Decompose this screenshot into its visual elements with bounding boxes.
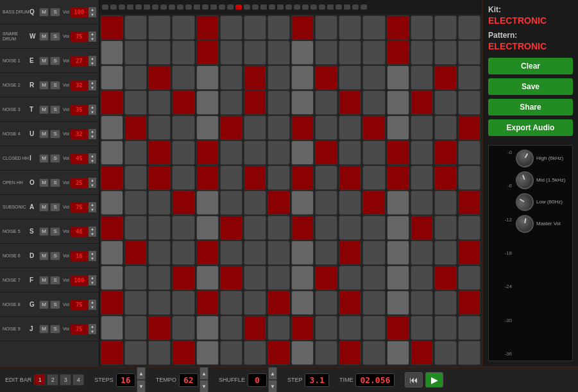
step-btn-12-4[interactable] — [196, 316, 219, 340]
step-btn-10-13[interactable] — [411, 266, 433, 290]
step-btn-1-12[interactable] — [387, 40, 409, 65]
track-mute-10[interactable]: M — [39, 251, 49, 260]
step-btn-0-12[interactable] — [387, 15, 409, 40]
step-btn-11-7[interactable] — [268, 291, 290, 315]
step-btn-3-10[interactable] — [339, 90, 361, 115]
track-vol-down-3[interactable]: ▼ — [89, 85, 96, 90]
track-solo-12[interactable]: S — [50, 300, 60, 309]
step-btn-1-6[interactable] — [244, 40, 266, 65]
track-solo-8[interactable]: S — [50, 203, 60, 212]
step-btn-7-10[interactable] — [339, 191, 361, 215]
step-btn-11-15[interactable] — [458, 291, 480, 315]
step-btn-13-4[interactable] — [196, 341, 219, 365]
step-btn-4-10[interactable] — [339, 115, 361, 140]
step-btn-1-13[interactable] — [411, 40, 433, 65]
step-btn-1-8[interactable] — [291, 40, 314, 65]
step-btn-2-2[interactable] — [148, 65, 171, 90]
step-btn-3-4[interactable] — [196, 90, 219, 115]
step-btn-9-4[interactable] — [196, 241, 219, 265]
step-btn-2-6[interactable] — [244, 65, 266, 90]
step-btn-1-5[interactable] — [220, 40, 242, 65]
step-btn-6-14[interactable] — [434, 166, 457, 190]
step-btn-2-1[interactable] — [124, 65, 147, 90]
step-btn-2-11[interactable] — [362, 65, 385, 90]
step-btn-0-10[interactable] — [339, 15, 361, 40]
step-btn-4-6[interactable] — [244, 115, 266, 140]
step-btn-6-8[interactable] — [291, 166, 314, 190]
track-vol-up-2[interactable]: ▲ — [89, 56, 96, 61]
step-btn-8-9[interactable] — [315, 216, 337, 240]
step-btn-8-12[interactable] — [387, 216, 409, 240]
low-knob[interactable] — [513, 190, 537, 214]
step-btn-3-7[interactable] — [268, 90, 290, 115]
track-vol-down-12[interactable]: ▼ — [89, 305, 96, 310]
step-btn-5-5[interactable] — [220, 141, 242, 165]
track-vol-up-8[interactable]: ▲ — [89, 202, 96, 207]
step-btn-8-4[interactable] — [196, 216, 219, 240]
track-vol-down-1[interactable]: ▼ — [89, 37, 96, 42]
step-btn-3-5[interactable] — [220, 90, 242, 115]
step-btn-5-0[interactable] — [101, 141, 123, 165]
track-vol-down-0[interactable]: ▼ — [89, 12, 96, 17]
step-btn-11-11[interactable] — [362, 291, 385, 315]
step-btn-10-8[interactable] — [291, 266, 314, 290]
step-btn-10-2[interactable] — [148, 266, 171, 290]
step-btn-13-6[interactable] — [244, 341, 266, 365]
step-btn-11-6[interactable] — [244, 291, 266, 315]
step-btn-10-4[interactable] — [196, 266, 219, 290]
step-btn-3-15[interactable] — [458, 90, 480, 115]
step-btn-9-14[interactable] — [434, 241, 457, 265]
step-btn-9-10[interactable] — [339, 241, 361, 265]
step-btn-1-10[interactable] — [339, 40, 361, 65]
step-btn-13-3[interactable] — [172, 341, 194, 365]
shuffle-up[interactable]: ▲ — [268, 367, 277, 380]
step-btn-4-12[interactable] — [387, 115, 409, 140]
step-btn-9-7[interactable] — [268, 241, 290, 265]
step-btn-6-1[interactable] — [124, 166, 147, 190]
track-mute-5[interactable]: M — [39, 130, 49, 139]
step-btn-6-13[interactable] — [411, 166, 433, 190]
track-vol-up-12[interactable]: ▲ — [89, 300, 96, 305]
step-btn-11-9[interactable] — [315, 291, 337, 315]
step-btn-10-1[interactable] — [124, 266, 147, 290]
step-btn-13-12[interactable] — [387, 341, 409, 365]
step-btn-5-4[interactable] — [196, 141, 219, 165]
step-btn-2-9[interactable] — [315, 65, 337, 90]
step-btn-9-8[interactable] — [291, 241, 314, 265]
step-btn-2-12[interactable] — [387, 65, 409, 90]
step-btn-7-3[interactable] — [172, 191, 194, 215]
step-btn-5-15[interactable] — [458, 141, 480, 165]
step-btn-8-3[interactable] — [172, 216, 194, 240]
mid-knob[interactable] — [513, 169, 536, 192]
step-btn-6-0[interactable] — [101, 166, 123, 190]
step-btn-6-12[interactable] — [387, 166, 409, 190]
track-solo-0[interactable]: S — [50, 8, 60, 17]
steps-down[interactable]: ▼ — [137, 380, 146, 392]
step-btn-7-14[interactable] — [434, 191, 457, 215]
track-solo-3[interactable]: S — [50, 81, 60, 90]
step-btn-7-2[interactable] — [148, 191, 171, 215]
track-vol-up-13[interactable]: ▲ — [89, 324, 96, 329]
step-btn-3-14[interactable] — [434, 90, 457, 115]
step-btn-8-10[interactable] — [339, 216, 361, 240]
step-btn-13-1[interactable] — [124, 341, 147, 365]
step-btn-5-11[interactable] — [362, 141, 385, 165]
track-mute-8[interactable]: M — [39, 203, 49, 212]
step-btn-3-13[interactable] — [411, 90, 433, 115]
step-btn-6-10[interactable] — [339, 166, 361, 190]
step-btn-11-13[interactable] — [411, 291, 433, 315]
track-vol-up-0[interactable]: ▲ — [89, 7, 96, 12]
step-btn-13-2[interactable] — [148, 341, 171, 365]
track-vol-up-1[interactable]: ▲ — [89, 31, 96, 37]
track-mute-9[interactable]: M — [39, 227, 49, 236]
step-btn-9-9[interactable] — [315, 241, 337, 265]
step-btn-5-6[interactable] — [244, 141, 266, 165]
step-btn-1-9[interactable] — [315, 40, 337, 65]
share-button[interactable]: Share — [488, 99, 573, 115]
step-btn-8-15[interactable] — [458, 216, 480, 240]
track-vol-up-6[interactable]: ▲ — [89, 153, 96, 158]
step-btn-4-5[interactable] — [220, 115, 242, 140]
track-vol-up-10[interactable]: ▲ — [89, 251, 96, 256]
step-btn-0-4[interactable] — [196, 15, 219, 40]
track-vol-up-4[interactable]: ▲ — [89, 105, 96, 110]
